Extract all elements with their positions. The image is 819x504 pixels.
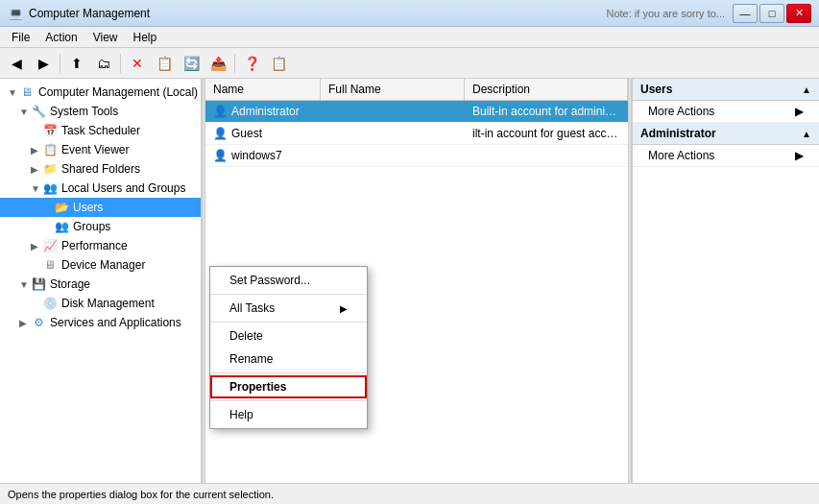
status-bar: Opens the properties dialog box for the … — [0, 483, 819, 504]
expand-root: ▼ — [8, 87, 19, 98]
expand-local-users: ▼ — [31, 183, 42, 194]
actions-panel: Users ▲ More Actions ▶ Administrator ▲ M… — [632, 79, 819, 483]
ctx-set-password[interactable]: Set Password... — [210, 269, 367, 292]
col-fullname-header[interactable]: Full Name — [321, 79, 465, 100]
tree-users[interactable]: 📂 Users — [0, 198, 201, 217]
actions-admin-header: Administrator ▲ — [633, 123, 819, 145]
tree-system-tools[interactable]: ▼ 🔧 System Tools — [0, 102, 201, 121]
tree-disk-management[interactable]: 💿 Disk Management — [0, 294, 201, 313]
expand-storage: ▼ — [19, 279, 31, 290]
ctx-rename[interactable]: Rename — [210, 348, 367, 371]
menu-action[interactable]: Action — [37, 29, 84, 46]
menu-help[interactable]: Help — [126, 29, 165, 46]
tree-task-scheduler-label: Task Scheduler — [61, 124, 140, 137]
admin-icon: 👤 — [213, 105, 228, 118]
win7-fullname-cell — [321, 154, 465, 157]
title-bar-title: Computer Management — [29, 7, 607, 20]
tree-performance[interactable]: ▶ 📈 Performance — [0, 236, 201, 255]
view-button[interactable]: 📋 — [266, 51, 291, 76]
users-collapse-arrow[interactable]: ▲ — [802, 84, 811, 95]
admin-collapse-arrow[interactable]: ▲ — [802, 129, 811, 139]
tree-local-users-label: Local Users and Groups — [61, 181, 185, 195]
device-manager-icon: 🖥 — [42, 257, 58, 273]
ctx-sep-2 — [210, 322, 367, 323]
toolbar-sep-1 — [60, 54, 60, 73]
menu-view[interactable]: View — [85, 29, 126, 46]
expand-shared-folders: ▶ — [31, 164, 42, 175]
tree-performance-label: Performance — [61, 239, 128, 252]
guest-name-cell: 👤 Guest — [205, 125, 321, 142]
guest-desc-cell: ilt-in account for guest access t... — [465, 125, 628, 142]
show-hide-tree[interactable]: 🗂 — [91, 51, 116, 76]
ctx-all-tasks-arrow: ▶ — [340, 303, 348, 314]
tree-services-apps[interactable]: ▶ ⚙ Services and Applications — [0, 313, 201, 332]
shared-folders-icon: 📁 — [42, 161, 58, 177]
refresh-button[interactable]: 🔄 — [179, 51, 204, 76]
properties-button[interactable]: 📋 — [152, 51, 177, 76]
services-icon: ⚙ — [31, 315, 46, 330]
tree-device-manager-label: Device Manager — [61, 258, 145, 272]
expand-system-tools: ▼ — [19, 107, 31, 117]
local-users-icon: 👥 — [42, 180, 58, 196]
toolbar: ◀ ▶ ⬆ 🗂 ✕ 📋 🔄 📤 ❓ 📋 — [0, 48, 819, 79]
tree-groups-label: Groups — [73, 220, 110, 233]
ctx-delete[interactable]: Delete — [210, 324, 367, 348]
tree-event-viewer-label: Event Viewer — [61, 143, 129, 156]
close-button[interactable]: ✕ — [786, 4, 811, 23]
expand-performance: ▶ — [31, 241, 42, 252]
tree-system-tools-label: System Tools — [50, 105, 118, 118]
win7-icon: 👤 — [213, 149, 228, 162]
left-panel: ▼ 🖥 Computer Management (Local) ▼ 🔧 Syst… — [0, 79, 202, 483]
up-button[interactable]: ⬆ — [64, 51, 89, 76]
tree-device-manager[interactable]: 🖥 Device Manager — [0, 255, 201, 275]
col-desc-header[interactable]: Description — [465, 79, 628, 100]
groups-icon: 👥 — [54, 219, 69, 234]
expand-services: ▶ — [19, 318, 31, 328]
tree-local-users-groups[interactable]: ▼ 👥 Local Users and Groups — [0, 179, 201, 198]
export-button[interactable]: 📤 — [205, 51, 230, 76]
main-layout: ▼ 🖥 Computer Management (Local) ▼ 🔧 Syst… — [0, 79, 819, 483]
tree-disk-management-label: Disk Management — [61, 297, 155, 310]
ctx-properties[interactable]: Properties — [210, 375, 367, 398]
tree-task-scheduler[interactable]: 📅 Task Scheduler — [0, 121, 201, 140]
users-more-actions[interactable]: More Actions ▶ — [633, 101, 819, 123]
maximize-button[interactable]: □ — [759, 4, 784, 23]
menu-file[interactable]: File — [4, 29, 37, 46]
list-header: Name Full Name Description — [205, 79, 628, 101]
forward-button[interactable]: ▶ — [31, 51, 56, 76]
help-button[interactable]: ❓ — [239, 51, 264, 76]
list-row-windows7[interactable]: 👤 windows7 — [205, 145, 628, 167]
ctx-help[interactable]: Help — [210, 403, 367, 426]
guest-fullname-cell — [321, 132, 465, 135]
ctx-sep-1 — [210, 294, 367, 295]
users-folder-icon: 📂 — [54, 200, 69, 215]
delete-button[interactable]: ✕ — [125, 51, 150, 76]
resize-hint: Note: if you are sorry to... — [607, 8, 726, 19]
status-text: Opens the properties dialog box for the … — [8, 489, 274, 500]
back-button[interactable]: ◀ — [4, 51, 29, 76]
admin-more-actions[interactable]: More Actions ▶ — [633, 145, 819, 167]
computer-icon: 🖥 — [19, 84, 35, 100]
minimize-button[interactable]: — — [733, 4, 758, 23]
tree-event-viewer[interactable]: ▶ 📋 Event Viewer — [0, 140, 201, 159]
toolbar-sep-3 — [234, 54, 235, 73]
title-bar: 💻 Computer Management Note: if you are s… — [0, 0, 819, 27]
col-name-header[interactable]: Name — [205, 79, 321, 100]
tree-storage[interactable]: ▼ 💾 Storage — [0, 275, 201, 294]
ctx-all-tasks[interactable]: All Tasks ▶ — [210, 297, 367, 320]
tree-shared-folders-label: Shared Folders — [61, 162, 140, 176]
tree-root[interactable]: ▼ 🖥 Computer Management (Local) — [0, 83, 201, 102]
tree-storage-label: Storage — [50, 277, 90, 291]
disk-mgmt-icon: 💿 — [42, 296, 58, 311]
tree-services-label: Services and Applications — [50, 316, 181, 329]
tree-root-label: Computer Management (Local) — [38, 85, 198, 99]
system-tools-icon: 🔧 — [31, 104, 46, 119]
admin-desc-cell: Built-in account for administering... — [465, 103, 628, 120]
tree-shared-folders[interactable]: ▶ 📁 Shared Folders — [0, 159, 201, 179]
tree-groups[interactable]: 👥 Groups — [0, 217, 201, 236]
admin-fullname-cell — [321, 109, 465, 113]
list-row-guest[interactable]: 👤 Guest ilt-in account for guest access … — [205, 123, 628, 145]
task-scheduler-icon: 📅 — [42, 123, 58, 138]
admin-more-actions-arrow: ▶ — [795, 149, 804, 162]
list-row-administrator[interactable]: 👤 Administrator Built-in account for adm… — [205, 101, 628, 123]
